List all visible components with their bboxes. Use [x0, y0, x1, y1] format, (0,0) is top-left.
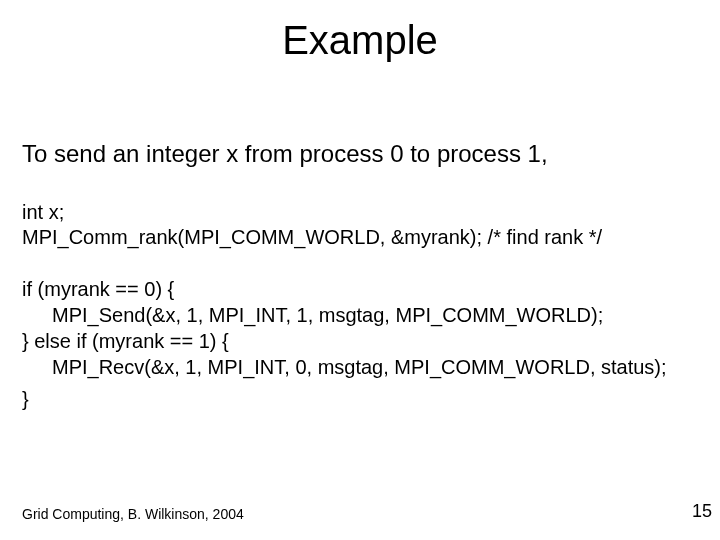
code-line: } else if (myrank == 1) { [22, 328, 698, 354]
code-line: MPI_Send(&x, 1, MPI_INT, 1, msgtag, MPI_… [22, 302, 698, 328]
intro-text: To send an integer x from process 0 to p… [22, 140, 698, 169]
slide-number: 15 [692, 501, 712, 522]
slide-title: Example [0, 18, 720, 63]
code-block-conditional: if (myrank == 0) { MPI_Send(&x, 1, MPI_I… [22, 276, 698, 412]
code-line: } [22, 386, 698, 412]
code-line: MPI_Recv(&x, 1, MPI_INT, 0, msgtag, MPI_… [22, 354, 698, 380]
code-block-declaration: int x; MPI_Comm_rank(MPI_COMM_WORLD, &my… [22, 200, 698, 250]
code-line: MPI_Comm_rank(MPI_COMM_WORLD, &myrank); … [22, 225, 698, 250]
slide: Example To send an integer x from proces… [0, 0, 720, 540]
code-line: int x; [22, 200, 698, 225]
code-line: if (myrank == 0) { [22, 276, 698, 302]
footer-citation: Grid Computing, B. Wilkinson, 2004 [22, 506, 244, 522]
